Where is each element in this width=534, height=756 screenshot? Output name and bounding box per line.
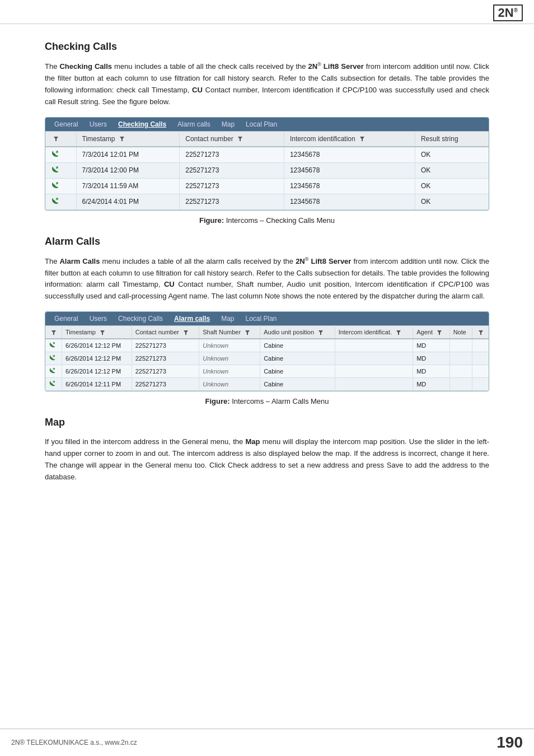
checking-calls-body: The Checking Calls menu includes a table… bbox=[45, 60, 489, 108]
row-icon-cell bbox=[45, 178, 76, 194]
logo: 2N® bbox=[493, 4, 523, 21]
tab-alarm-calls[interactable]: Alarm calls bbox=[168, 312, 216, 325]
audio-ac: Cabine bbox=[260, 352, 335, 365]
filter-icon-ts-ac[interactable] bbox=[97, 329, 105, 335]
extra-ac bbox=[472, 365, 489, 378]
timestamp: 7/3/2014 12:00 PM bbox=[76, 162, 180, 178]
contact-ac: 225271273 bbox=[132, 352, 199, 365]
table-row: 7/3/2014 12:00 PM 225271273 12345678 OK bbox=[45, 162, 489, 178]
agent-ac: MD bbox=[413, 378, 449, 391]
tab-checking-calls[interactable]: Checking Calls bbox=[113, 118, 172, 131]
timestamp: 6/24/2014 4:01 PM bbox=[76, 194, 180, 209]
svg-marker-0 bbox=[54, 137, 58, 141]
timestamp: 7/3/2014 12:01 PM bbox=[76, 147, 180, 163]
timestamp-ac: 6/26/2014 12:12 PM bbox=[62, 339, 132, 352]
result-string: OK bbox=[415, 194, 489, 209]
table-row: 6/26/2014 12:12 PM 225271273 Unknown Cab… bbox=[45, 352, 489, 365]
alarm-calls-body: The Alarm Calls menu includes a table of… bbox=[45, 255, 489, 303]
tab-general-ac[interactable]: General bbox=[49, 312, 84, 325]
phone-icon bbox=[49, 342, 55, 348]
filter-icon-intercom-cc[interactable] bbox=[357, 135, 365, 143]
row-icon-cell bbox=[45, 339, 62, 352]
col-timestamp-cc: Timestamp bbox=[76, 131, 180, 147]
svg-marker-14 bbox=[437, 330, 442, 335]
svg-marker-2 bbox=[238, 137, 242, 141]
phone-icon bbox=[49, 354, 55, 361]
main-content: Checking Calls The Checking Calls menu i… bbox=[0, 24, 534, 514]
shaft-ac: Unknown bbox=[199, 352, 260, 365]
agent-ac: MD bbox=[413, 339, 449, 352]
timestamp-ac: 6/26/2014 12:12 PM bbox=[62, 365, 132, 378]
alarm-calls-figure-caption: Figure: Intercoms – Alarm Calls Menu bbox=[45, 397, 489, 405]
tab-map-cc[interactable]: Map bbox=[216, 118, 240, 131]
svg-marker-12 bbox=[318, 330, 323, 335]
row-icon-cell bbox=[45, 162, 76, 178]
footer-page: 190 bbox=[496, 734, 523, 752]
filter-icon-extra-ac[interactable] bbox=[476, 329, 484, 335]
timestamp-ac: 6/26/2014 12:12 PM bbox=[62, 352, 132, 365]
filter-icon-ii-ac[interactable] bbox=[394, 329, 401, 335]
filter-icon-timestamp-cc[interactable] bbox=[117, 135, 125, 143]
filter-icon-select[interactable] bbox=[51, 135, 59, 143]
svg-marker-8 bbox=[51, 330, 56, 335]
tab-local-plan-cc[interactable]: Local Plan bbox=[240, 118, 283, 131]
phone-icon bbox=[49, 380, 55, 387]
filter-icon-contact-cc[interactable] bbox=[235, 135, 243, 143]
tab-users-ac[interactable]: Users bbox=[84, 312, 113, 325]
filter-icon-au-ac[interactable] bbox=[316, 329, 324, 335]
svg-marker-15 bbox=[479, 330, 483, 335]
filter-icon-select-ac[interactable] bbox=[49, 329, 57, 335]
note-ac bbox=[449, 365, 472, 378]
col-note-ac: Note bbox=[449, 326, 472, 339]
filter-icon-sn-ac[interactable] bbox=[242, 329, 250, 335]
filter-icon-cn-ac[interactable] bbox=[181, 329, 189, 335]
checking-calls-table: Timestamp Contact number I bbox=[45, 131, 489, 210]
intercom-ac bbox=[335, 378, 413, 391]
extra-ac bbox=[472, 352, 489, 365]
shaft-ac: Unknown bbox=[199, 365, 260, 378]
alarm-calls-nav: General Users Checking Calls Alarm calls… bbox=[45, 312, 489, 325]
intercom-ac bbox=[335, 339, 413, 352]
extra-ac bbox=[472, 378, 489, 391]
map-section: Map If you filled in the intercom addres… bbox=[45, 417, 489, 483]
col-select-cc bbox=[45, 131, 76, 147]
tab-local-plan-ac[interactable]: Local Plan bbox=[240, 312, 282, 325]
audio-ac: Cabine bbox=[260, 365, 335, 378]
col-intercom-cc: Intercom identification bbox=[284, 131, 415, 147]
intercom-id: 12345678 bbox=[284, 178, 415, 194]
result-string: OK bbox=[415, 162, 489, 178]
phone-icon bbox=[51, 166, 59, 174]
checking-calls-table-container: General Users Checking Calls Alarm calls… bbox=[45, 117, 489, 211]
row-icon-cell bbox=[45, 194, 76, 209]
row-icon-cell bbox=[45, 147, 76, 163]
phone-icon bbox=[51, 197, 59, 205]
row-icon-cell bbox=[45, 378, 62, 391]
contact-number: 225271273 bbox=[180, 162, 284, 178]
extra-ac bbox=[472, 339, 489, 352]
row-icon-cell bbox=[45, 352, 62, 365]
table-row: 7/3/2014 12:01 PM 225271273 12345678 OK bbox=[45, 147, 489, 163]
timestamp: 7/3/2014 11:59 AM bbox=[76, 178, 180, 194]
phone-icon bbox=[51, 150, 59, 158]
note-ac bbox=[449, 352, 472, 365]
logo-reg: ® bbox=[514, 7, 518, 13]
alarm-calls-title: Alarm Calls bbox=[45, 236, 489, 248]
table-row: 6/26/2014 12:12 PM 225271273 Unknown Cab… bbox=[45, 365, 489, 378]
audio-ac: Cabine bbox=[260, 339, 335, 352]
filter-icon-ag-ac[interactable] bbox=[434, 329, 442, 335]
footer: 2N® TELEKOMUNIKACE a.s., www.2n.cz 190 bbox=[0, 729, 534, 756]
col-contact-ac: Contact number bbox=[132, 326, 199, 339]
tab-users-cc[interactable]: Users bbox=[84, 118, 113, 131]
tab-alarm-calls-cc[interactable]: Alarm calls bbox=[172, 118, 216, 131]
svg-marker-13 bbox=[396, 330, 401, 335]
agent-ac: MD bbox=[413, 352, 449, 365]
tab-checking-calls-ac[interactable]: Checking Calls bbox=[113, 312, 168, 325]
col-extra-ac bbox=[472, 326, 489, 339]
checking-calls-figure-caption: Figure: Intercoms – Checking Calls Menu bbox=[45, 216, 489, 225]
intercom-id: 12345678 bbox=[284, 194, 415, 209]
tab-map-ac[interactable]: Map bbox=[216, 312, 240, 325]
tab-general-cc[interactable]: General bbox=[49, 118, 84, 131]
contact-number: 225271273 bbox=[180, 178, 284, 194]
col-contact-cc: Contact number bbox=[180, 131, 284, 147]
col-result-cc: Result string bbox=[415, 131, 489, 147]
